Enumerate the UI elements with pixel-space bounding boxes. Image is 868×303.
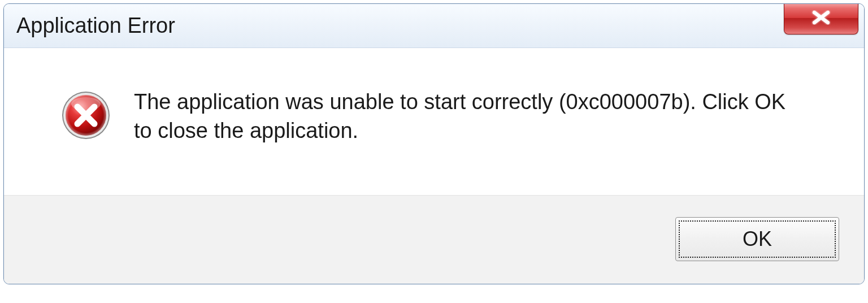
error-icon	[60, 90, 111, 141]
titlebar: Application Error	[4, 4, 864, 48]
dialog-content: The application was unable to start corr…	[4, 48, 864, 195]
dialog-title: Application Error	[16, 14, 175, 38]
button-bar: OK	[4, 195, 864, 284]
ok-button[interactable]: OK	[675, 217, 839, 261]
close-button[interactable]	[784, 3, 858, 34]
close-icon	[809, 10, 834, 27]
error-dialog: Application Error	[3, 3, 865, 284]
dialog-message: The application was unable to start corr…	[134, 88, 801, 146]
